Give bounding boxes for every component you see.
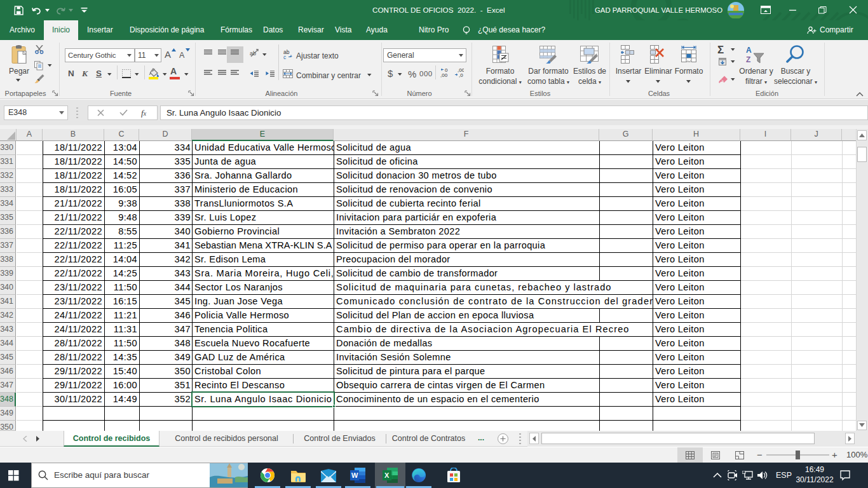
svg-text:Z: Z bbox=[746, 55, 750, 64]
svg-text:ab: ab bbox=[250, 50, 256, 57]
svg-text:,00: ,00 bbox=[440, 72, 448, 78]
svg-text:A: A bbox=[746, 46, 752, 55]
svg-text:X: X bbox=[384, 471, 390, 479]
svg-text:W: W bbox=[351, 471, 358, 479]
